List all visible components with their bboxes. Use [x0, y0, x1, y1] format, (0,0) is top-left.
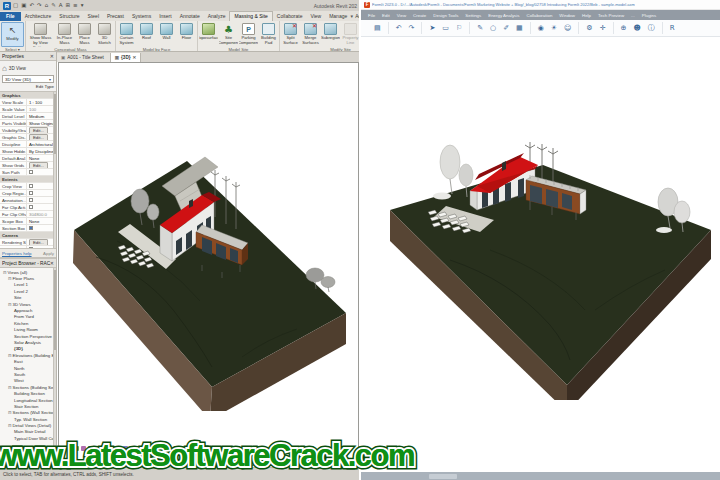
type-selector[interactable]: 3D View (3D) ▾	[2, 75, 54, 83]
ribbon-tab[interactable]: Insert	[155, 12, 176, 21]
property-row[interactable]: Crop View	[0, 183, 56, 190]
info-icon[interactable]: ⓘ	[648, 25, 655, 32]
checkbox[interactable]	[29, 184, 33, 188]
menu-item[interactable]: Tech Preview	[595, 13, 627, 18]
undo-icon[interactable]: ↶	[29, 3, 34, 9]
properties-help-link[interactable]: Properties help	[2, 251, 32, 256]
hand-icon[interactable]: ✛	[600, 25, 606, 32]
property-row[interactable]: View Scale 1 : 100	[0, 99, 56, 106]
menu-item[interactable]: Create	[410, 13, 429, 18]
ribbon-tab[interactable]: Massing & Site	[229, 11, 272, 21]
ribbon-button[interactable]: Building Pad	[259, 22, 278, 47]
menu-item[interactable]: Collaboration	[523, 13, 555, 18]
modify-icon[interactable]: ✐	[503, 25, 509, 32]
ribbon-button[interactable]: 3D Sketch	[95, 22, 114, 47]
ribbon-button[interactable]: Place Mass	[75, 22, 94, 47]
property-row[interactable]: Crop Regio...	[0, 190, 56, 197]
ribbon-tab[interactable]: Manage	[325, 12, 351, 21]
property-row[interactable]: Show Grids Edit...	[0, 162, 56, 169]
ribbon-button[interactable]: Subregion	[321, 22, 340, 47]
redo-icon[interactable]: ↷	[37, 3, 42, 9]
revit-logo-icon[interactable]: R	[3, 2, 11, 10]
text-icon[interactable]: A	[59, 3, 63, 9]
close-icon[interactable]: ✕	[50, 260, 54, 266]
ribbon-tab[interactable]: Systems	[128, 12, 155, 21]
drawing-area[interactable]: A001 - Title Sheet {3D} ✕	[57, 52, 360, 467]
menu-icon[interactable]: ≡	[73, 3, 78, 9]
ribbon-tab[interactable]: Collaborate	[273, 12, 307, 21]
user-icon[interactable]: ☻	[633, 25, 640, 32]
checkbox[interactable]	[29, 247, 33, 248]
annotate-icon[interactable]: ✎	[51, 3, 56, 9]
menu-item[interactable]: ...	[628, 13, 638, 18]
customize-icon[interactable]: ▾	[81, 3, 84, 9]
formit-bottom-widget[interactable]	[429, 474, 457, 479]
tree-item[interactable]: Sections (Wall Section)	[0, 410, 56, 416]
property-row[interactable]: Show Hidde... By Discipline	[0, 148, 56, 155]
property-row[interactable]: Sun Path	[0, 169, 56, 176]
revit-3d-canvas[interactable]	[58, 62, 359, 466]
property-row[interactable]: Rendering S... Edit...	[0, 239, 56, 246]
close-icon[interactable]: ✕	[133, 55, 137, 60]
property-row[interactable]: Visibility/Gra... Edit...	[0, 127, 56, 134]
sun-icon[interactable]: ☀	[551, 25, 557, 32]
view-tab[interactable]: A001 - Title Sheet	[57, 53, 111, 62]
menu-item[interactable]: Design Tools	[430, 13, 461, 18]
ribbon-button[interactable]: Modify	[1, 22, 24, 47]
grid-icon[interactable]: ⊞	[66, 3, 71, 9]
ribbon-button[interactable]: In-Place Mass	[55, 22, 74, 47]
location-icon[interactable]: ◉	[538, 25, 544, 32]
ribbon-button[interactable]: Roof	[137, 22, 156, 47]
ribbon-tab[interactable]: Precast	[103, 12, 128, 21]
ribbon-tab[interactable]: Structure	[55, 12, 83, 21]
tree-item[interactable]: Elevations (Building Elevat...	[0, 352, 56, 358]
panel-icon[interactable]: ▤	[374, 25, 381, 32]
checkbox[interactable]	[29, 198, 33, 202]
undo-icon[interactable]: ↶	[396, 25, 402, 32]
settings-icon[interactable]: ⚙	[586, 25, 592, 32]
menu-item[interactable]: Window	[556, 13, 578, 18]
checkbox[interactable]	[29, 226, 33, 230]
revit-sync-icon[interactable]: R	[670, 25, 675, 32]
property-row[interactable]: Default Anal... None	[0, 155, 56, 162]
ribbon-options-icon[interactable]: ▾	[350, 13, 357, 19]
menu-item[interactable]: Plugins	[639, 13, 659, 18]
redo-icon[interactable]: ↷	[409, 25, 415, 32]
property-row[interactable]: Parts Visibility Show Original	[0, 120, 56, 127]
property-row[interactable]: Extents	[0, 176, 56, 183]
home-icon[interactable]: ⌂	[45, 3, 49, 9]
select-icon[interactable]: ➤	[429, 25, 435, 32]
property-row[interactable]: Section Box	[0, 225, 56, 232]
menu-item[interactable]: Help	[579, 13, 594, 18]
circle-icon[interactable]: ○	[490, 25, 496, 32]
tree-item[interactable]: Sections (Building Section)	[0, 384, 56, 390]
ribbon-button[interactable]: Floor	[177, 22, 196, 47]
ribbon-tab[interactable]: File	[0, 12, 21, 21]
draw-icon[interactable]: ✎	[477, 25, 483, 32]
property-row[interactable]: Scope Box None	[0, 218, 56, 225]
property-row[interactable]: Graphics	[0, 92, 56, 99]
property-row[interactable]: Annotation...	[0, 197, 56, 204]
face-icon[interactable]: ☺	[564, 25, 571, 32]
property-row[interactable]: Scale Value 1: 100	[0, 106, 56, 113]
formit-3d-canvas[interactable]	[361, 37, 720, 472]
tree-item[interactable]: Detail Views (Detail)	[0, 422, 56, 428]
ribbon-button[interactable]: Wall	[157, 22, 176, 47]
open-icon[interactable]: ▢	[13, 3, 18, 9]
globe-icon[interactable]: ⊕	[621, 25, 627, 32]
checkbox[interactable]	[29, 191, 33, 195]
property-row[interactable]: Far Clip Offs... 304800.0	[0, 211, 56, 218]
ribbon-button[interactable]: Toposurface	[199, 22, 218, 47]
save-icon[interactable]: ▣	[21, 3, 26, 9]
property-row[interactable]: Graphic Dis... Edit...	[0, 134, 56, 141]
ribbon-tab[interactable]: View	[306, 12, 325, 21]
menu-item[interactable]: File	[365, 13, 378, 18]
ribbon-button[interactable]: Show Mass by View Settings	[27, 22, 54, 47]
ribbon-button[interactable]: Parking Component	[239, 22, 258, 47]
ribbon-button[interactable]: Property Line	[341, 22, 360, 47]
ribbon-tab[interactable]: Analyze	[204, 12, 230, 21]
menu-item[interactable]: Edit	[379, 13, 393, 18]
property-row[interactable]: Discipline Architectural	[0, 141, 56, 148]
property-row[interactable]: Locked Orie...	[0, 246, 56, 248]
menu-item[interactable]: Settings	[462, 13, 484, 18]
